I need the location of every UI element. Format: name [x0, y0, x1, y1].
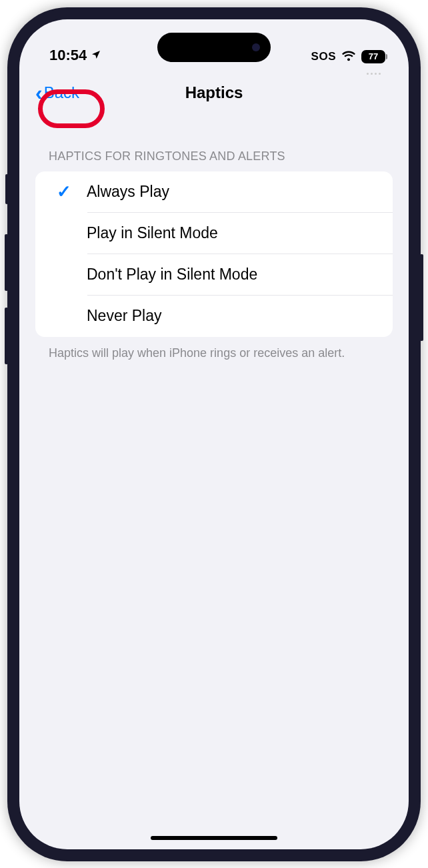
option-never-play[interactable]: Never Play — [35, 296, 393, 337]
battery-indicator: 77 — [361, 50, 385, 63]
battery-level: 77 — [369, 51, 378, 61]
section-header: HAPTICS FOR RINGTONES AND ALERTS — [35, 129, 393, 171]
mute-switch[interactable] — [5, 174, 8, 204]
option-label: Always Play — [79, 183, 169, 201]
option-label: Don't Play in Silent Mode — [79, 266, 257, 284]
back-button[interactable]: ‹ Back — [33, 78, 89, 107]
checkmark-icon: ✓ — [57, 181, 71, 202]
option-label: Play in Silent Mode — [79, 224, 218, 242]
option-always-play[interactable]: ✓ Always Play — [35, 171, 393, 213]
chevron-left-icon: ‹ — [35, 82, 43, 103]
phone-screen: 10:54 SOS 77 — [19, 19, 409, 849]
phone-frame: 10:54 SOS 77 — [7, 7, 421, 861]
back-label: Back — [44, 83, 79, 102]
option-play-silent[interactable]: Play in Silent Mode — [35, 213, 393, 254]
content-area: HAPTICS FOR RINGTONES AND ALERTS ✓ Alway… — [19, 116, 409, 370]
page-title: Haptics — [185, 83, 243, 102]
status-time: 10:54 — [49, 47, 87, 64]
location-arrow-icon — [91, 47, 101, 64]
volume-up-button[interactable] — [5, 234, 8, 291]
section-footer: Haptics will play when iPhone rings or r… — [35, 337, 393, 370]
home-indicator[interactable] — [151, 836, 277, 840]
option-label: Never Play — [79, 307, 161, 325]
volume-down-button[interactable] — [5, 308, 8, 364]
status-left: 10:54 — [49, 47, 101, 64]
sos-indicator: SOS — [311, 50, 336, 63]
wifi-icon — [341, 49, 356, 64]
options-list: ✓ Always Play Play in Silent Mode Don't … — [35, 171, 393, 337]
power-button[interactable] — [420, 254, 423, 341]
dynamic-island[interactable] — [157, 33, 271, 62]
nav-bar: ‹ Back Haptics — [19, 69, 409, 116]
option-dont-play-silent[interactable]: Don't Play in Silent Mode — [35, 254, 393, 296]
status-right: SOS 77 — [311, 49, 385, 64]
